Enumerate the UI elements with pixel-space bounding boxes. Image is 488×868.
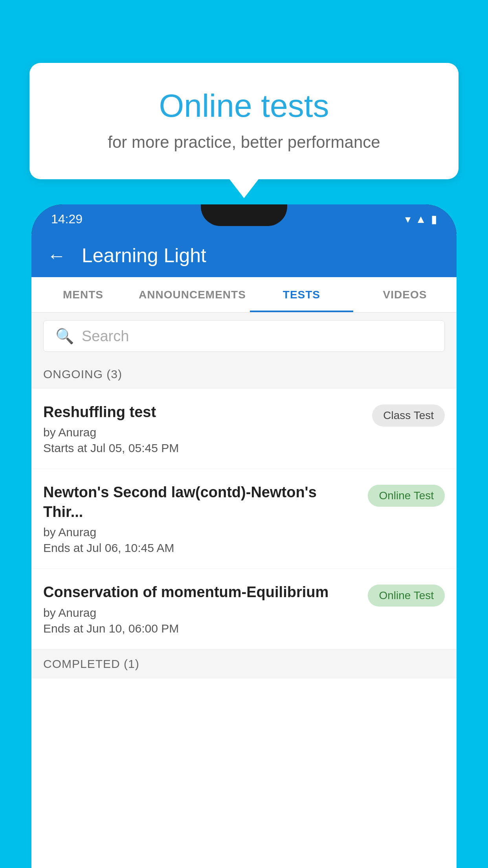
test-date-1: Starts at Jul 05, 05:45 PM <box>43 441 364 455</box>
search-bar[interactable]: 🔍 Search <box>43 320 445 352</box>
speech-bubble: Online tests for more practice, better p… <box>29 63 459 179</box>
tab-tests[interactable]: TESTS <box>250 277 353 312</box>
status-bar: 14:29 ▾ ▲ ▮ <box>31 204 457 234</box>
test-badge-3: Online Test <box>368 585 445 607</box>
search-icon: 🔍 <box>55 327 74 345</box>
search-container: 🔍 Search <box>31 313 457 360</box>
phone-frame: 14:29 ▾ ▲ ▮ ← Learning Light MENTS ANNOU… <box>31 204 457 868</box>
ongoing-section-header: ONGOING (3) <box>31 360 457 389</box>
status-icons: ▾ ▲ ▮ <box>405 213 437 226</box>
tabs-bar: MENTS ANNOUNCEMENTS TESTS VIDEOS <box>31 277 457 313</box>
test-badge-1: Class Test <box>372 405 445 427</box>
search-placeholder: Search <box>82 328 129 345</box>
test-list: Reshuffling test by Anurag Starts at Jul… <box>31 389 457 649</box>
test-name-3: Conservation of momentum-Equilibrium <box>43 583 360 602</box>
test-info-3: Conservation of momentum-Equilibrium by … <box>43 583 368 635</box>
status-time: 14:29 <box>51 212 83 226</box>
test-info-2: Newton's Second law(contd)-Newton's Thir… <box>43 483 368 555</box>
tab-announcements[interactable]: ANNOUNCEMENTS <box>135 277 250 312</box>
test-author-2: by Anurag <box>43 526 360 539</box>
app-bar: ← Learning Light <box>31 234 457 277</box>
test-date-2: Ends at Jul 06, 10:45 AM <box>43 541 360 555</box>
test-name-1: Reshuffling test <box>43 403 364 422</box>
wifi-icon: ▾ <box>405 213 411 226</box>
test-name-2: Newton's Second law(contd)-Newton's Thir… <box>43 483 360 522</box>
test-author-1: by Anurag <box>43 426 364 439</box>
test-date-3: Ends at Jun 10, 06:00 PM <box>43 622 360 635</box>
tab-ments[interactable]: MENTS <box>31 277 135 312</box>
test-item-2[interactable]: Newton's Second law(contd)-Newton's Thir… <box>31 469 457 569</box>
battery-icon: ▮ <box>431 213 437 226</box>
bubble-title: Online tests <box>61 86 427 125</box>
bubble-subtitle: for more practice, better performance <box>61 133 427 152</box>
test-item-3[interactable]: Conservation of momentum-Equilibrium by … <box>31 569 457 649</box>
test-author-3: by Anurag <box>43 606 360 620</box>
signal-icon: ▲ <box>415 213 426 226</box>
tab-videos[interactable]: VIDEOS <box>353 277 457 312</box>
back-button[interactable]: ← <box>47 245 66 267</box>
test-badge-2: Online Test <box>368 485 445 507</box>
phone-screen: ← Learning Light MENTS ANNOUNCEMENTS TES… <box>31 234 457 868</box>
test-item-1[interactable]: Reshuffling test by Anurag Starts at Jul… <box>31 389 457 469</box>
test-info-1: Reshuffling test by Anurag Starts at Jul… <box>43 403 372 455</box>
app-bar-title: Learning Light <box>82 244 206 267</box>
completed-section-header: COMPLETED (1) <box>31 649 457 679</box>
